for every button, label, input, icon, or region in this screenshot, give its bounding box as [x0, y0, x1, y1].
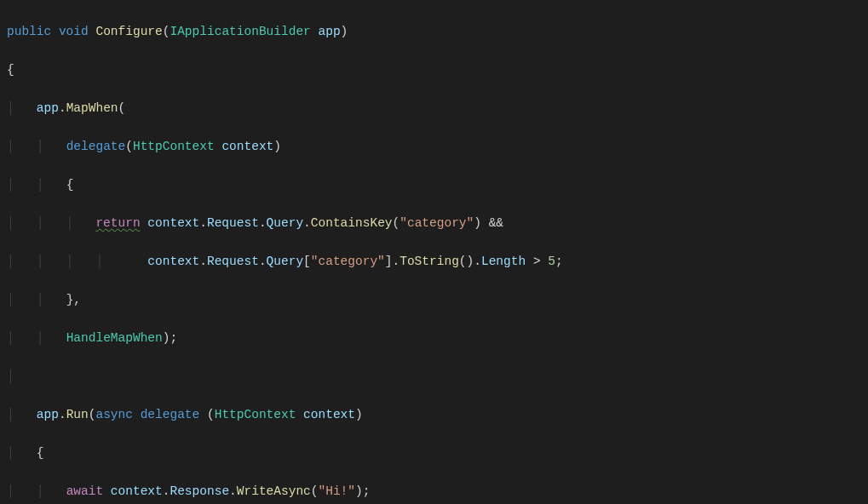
- code-line: public void Configure(IApplicationBuilde…: [7, 22, 868, 41]
- code-line: │ │ │ return context.Request.Query.Conta…: [7, 214, 868, 232]
- keyword-return: return: [95, 216, 140, 230]
- param-context: context: [221, 140, 273, 153]
- param-app: app: [319, 25, 341, 38]
- code-editor[interactable]: public void Configure(IApplicationBuilde…: [0, 0, 868, 504]
- type-httpcontext: HttpContext: [133, 140, 215, 153]
- code-line: │ │ HandleMapWhen);: [7, 329, 868, 347]
- ident-app: app: [37, 101, 59, 115]
- method-configure: Configure: [95, 25, 162, 38]
- ident-handlemapwhen: HandleMapWhen: [66, 331, 163, 345]
- keyword-public: public: [7, 25, 51, 38]
- code-line: │ │ },: [7, 290, 868, 309]
- type-iapplicationbuilder: IApplicationBuilder: [170, 25, 310, 38]
- keyword-delegate: delegate: [66, 140, 126, 153]
- code-line: │ │ {: [7, 175, 868, 194]
- code-line: │ app.MapWhen(: [7, 99, 868, 117]
- code-line: │ │ await context.Response.WriteAsync("H…: [7, 482, 868, 501]
- code-line: │ app.Run(async delegate (HttpContext co…: [7, 405, 868, 424]
- method-mapwhen: MapWhen: [66, 101, 118, 115]
- blank-line: │: [7, 367, 868, 386]
- code-line: │ │ delegate(HttpContext context): [7, 137, 868, 156]
- code-line: │ │ │ │ context.Request.Query["category"…: [7, 252, 868, 271]
- code-line: │ {: [7, 444, 868, 462]
- code-line: {: [7, 60, 868, 79]
- keyword-void: void: [59, 25, 89, 38]
